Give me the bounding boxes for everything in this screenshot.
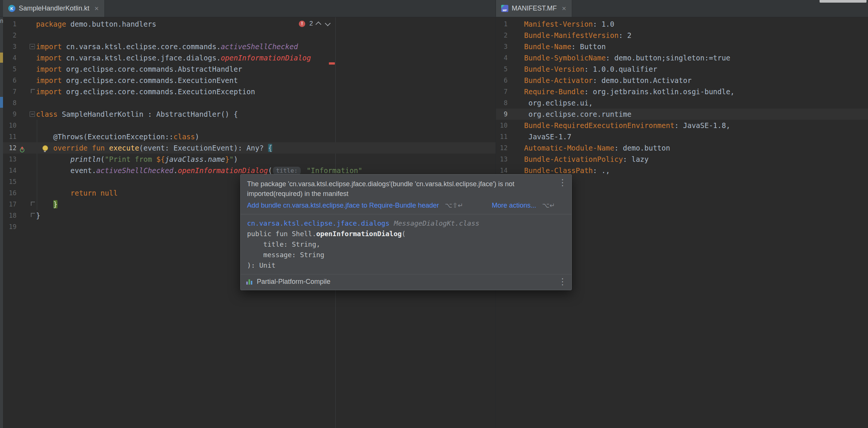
line-number: 11	[3, 131, 17, 142]
editor-line: 3Bundle-Name: Button	[496, 41, 868, 52]
line-number: 12	[3, 142, 17, 154]
tab-samplehandlerkotlin[interactable]: K SampleHandlerKotlin.kt ✕	[3, 0, 105, 17]
line-number: 6	[3, 75, 17, 86]
intention-bulb-icon[interactable]	[42, 145, 48, 151]
gutter-icons	[17, 86, 36, 97]
ide-window: K SampleHandlerKotlin.kt ✕ MF MANIFEST.M…	[0, 0, 868, 428]
popup-footer-label: Partial-Platform-Compile	[257, 278, 330, 286]
editor-line: 1package demo.button.handlers	[3, 18, 496, 30]
more-menu-icon[interactable]: ⋮	[558, 178, 567, 187]
editor-line: 6Bundle-Activator: demo.button.Activator	[496, 75, 868, 86]
gutter-icons	[17, 199, 36, 210]
popup-footer: Partial-Platform-Compile ⋮	[241, 274, 571, 290]
code-line[interactable]: Bundle-ManifestVersion: 2	[508, 30, 631, 41]
code-line[interactable]: @Throws(ExecutionException::class)	[36, 131, 199, 142]
line-number: 14	[3, 165, 17, 176]
gutter-icons	[17, 18, 36, 30]
gutter-icons	[17, 187, 36, 199]
doc-signature-open: (	[402, 230, 406, 238]
editor-line: 11 JavaSE-1.7	[496, 131, 868, 142]
gutter-icons	[17, 109, 36, 120]
quick-fix-link[interactable]: Add bundle cn.varsa.ktsl.eclipse.jface t…	[247, 202, 439, 209]
manifest-file-icon: MF	[501, 5, 508, 12]
documentation-section: cn.varsa.ktsl.eclipse.jface.dialogsMessa…	[241, 214, 571, 272]
code-line[interactable]: }	[36, 199, 57, 210]
code-line[interactable]: import org.eclipse.core.commands.Executi…	[36, 75, 238, 86]
code-line[interactable]: org.eclipse.core.runtime	[508, 109, 631, 120]
doc-function-name: openInformationDialog	[316, 230, 402, 238]
inspection-popup: The package 'cn.varsa.ktsl.eclipse.jface…	[240, 174, 572, 290]
code-line[interactable]: Manifest-Version: 1.0	[508, 18, 614, 30]
code-line[interactable]: Bundle-Name: Button	[508, 41, 606, 52]
doc-package-link[interactable]: cn.varsa.ktsl.eclipse.jface.dialogs	[247, 219, 389, 227]
editor-line: 10Bundle-RequiredExecutionEnvironment: J…	[496, 120, 868, 131]
line-number: 3	[496, 41, 508, 52]
code-line[interactable]: import cn.varsa.ktsl.eclipse.jface.dialo…	[36, 52, 311, 63]
doc-source-file: MessageDialogKt.class	[394, 219, 479, 227]
window-artifact	[820, 0, 866, 3]
more-menu-icon[interactable]: ⋮	[558, 277, 567, 286]
doc-header: cn.varsa.ktsl.eclipse.jface.dialogsMessa…	[247, 218, 565, 229]
editor-line: 9 org.eclipse.core.runtime	[496, 109, 868, 120]
code-line[interactable]: println("Print from ${javaClass.name}")	[36, 154, 238, 165]
more-actions-link[interactable]: More actions...	[492, 202, 536, 209]
line-number: 7	[496, 86, 508, 97]
code-line[interactable]: return null	[36, 187, 118, 199]
code-line[interactable]: Automatic-Module-Name: demo.button	[508, 142, 670, 154]
gutter-icons	[17, 142, 36, 154]
code-line[interactable]: org.eclipse.ui,	[508, 97, 593, 109]
clipped-selection-blue	[0, 97, 3, 108]
code-line[interactable]: Bundle-SymbolicName: demo.button;singlet…	[508, 52, 730, 63]
error-stripe-mark[interactable]	[329, 62, 335, 65]
gutter-icons	[17, 165, 36, 176]
code-line[interactable]: }	[36, 210, 40, 221]
line-number: 5	[3, 63, 17, 75]
previous-error-icon[interactable]	[316, 21, 322, 27]
error-description-line1: The package 'cn.varsa.ktsl.eclipse.jface…	[247, 179, 552, 189]
editor-line: 1Manifest-Version: 1.0	[496, 18, 868, 30]
code-line[interactable]: import cn.varsa.ktsl.eclipse.core.comman…	[36, 41, 298, 52]
kotlin-file-icon: K	[8, 5, 15, 12]
fold-marker[interactable]	[31, 89, 35, 93]
code-line[interactable]: import org.eclipse.core.commands.Executi…	[36, 86, 255, 97]
overrides-method-icon[interactable]	[19, 145, 26, 151]
editor-line: 4import cn.varsa.ktsl.eclipse.jface.dial…	[3, 52, 496, 63]
line-number: 2	[3, 30, 17, 41]
gutter-icons	[17, 41, 36, 52]
code-line[interactable]: Bundle-Activator: demo.button.Activator	[508, 75, 692, 86]
line-number: 10	[496, 120, 508, 131]
code-line[interactable]: JavaSE-1.7	[508, 131, 571, 142]
error-count: 2	[309, 20, 313, 27]
editor-line: 2Bundle-ManifestVersion: 2	[496, 30, 868, 41]
fold-marker[interactable]	[31, 213, 35, 217]
parameter-hint-inlay: title:	[273, 167, 301, 175]
fold-marker[interactable]	[31, 202, 35, 206]
line-number: 7	[3, 86, 17, 97]
editor-line: 3import cn.varsa.ktsl.eclipse.core.comma…	[3, 41, 496, 52]
code-line[interactable]: Bundle-ActivationPolicy: lazy	[508, 154, 649, 165]
close-icon[interactable]: ✕	[94, 5, 99, 12]
inspection-widget[interactable]: ! 2	[299, 20, 329, 27]
close-icon[interactable]: ✕	[562, 5, 567, 12]
fold-marker[interactable]	[30, 44, 35, 49]
gutter-icons	[17, 97, 36, 109]
tab-manifest[interactable]: MF MANIFEST.MF ✕	[496, 0, 572, 17]
fold-marker[interactable]	[30, 112, 35, 117]
code-line[interactable]: import org.eclipse.core.commands.Abstrac…	[36, 63, 242, 75]
code-line[interactable]: Bundle-RequiredExecutionEnvironment: Jav…	[508, 120, 730, 131]
gutter-icons	[17, 52, 36, 63]
code-line[interactable]: package demo.button.handlers	[36, 18, 156, 30]
line-number: 5	[496, 63, 508, 75]
error-description-line2: imported(required) in the manifest	[247, 189, 552, 199]
clipped-text: n	[0, 18, 3, 24]
editor-line: 4Bundle-SymbolicName: demo.button;single…	[496, 52, 868, 63]
more-actions-shortcut: ⌥↵	[542, 202, 555, 209]
doc-signature: public fun Shell.openInformationDialog(	[247, 229, 565, 239]
module-chart-icon	[246, 279, 253, 285]
code-line[interactable]: Bundle-Version: 1.0.0.qualifier	[508, 63, 657, 75]
code-line[interactable]: override fun execute(event: ExecutionEve…	[36, 142, 272, 154]
line-number: 13	[496, 154, 508, 165]
line-number: 15	[3, 176, 17, 187]
code-line[interactable]: class SampleHandlerKotlin : AbstractHand…	[36, 109, 238, 120]
code-line[interactable]: Require-Bundle: org.jetbrains.kotlin.osg…	[508, 86, 735, 97]
